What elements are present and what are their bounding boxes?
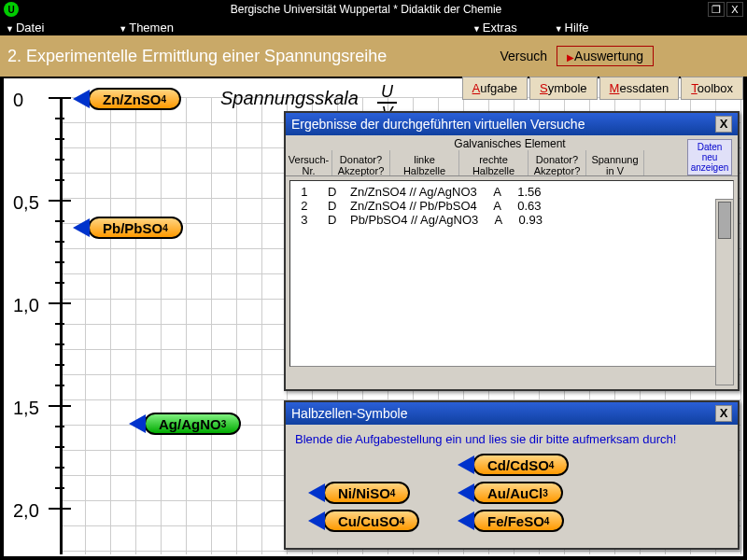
tab-symbole[interactable]: Symbole	[529, 77, 598, 100]
window-titlebar: U Bergische Universität Wuppertal * Dida…	[0, 0, 747, 19]
col-nr: Versuch-Nr.	[286, 150, 332, 175]
tab-messdaten[interactable]: Messdaten	[599, 77, 680, 100]
halfcell-zn[interactable]: Zn/ZnSO4	[88, 88, 181, 110]
menu-datei[interactable]: ▼Datei	[6, 21, 44, 35]
scrollbar-thumb[interactable]	[718, 202, 731, 239]
menubar: ▼Datei ▼Themen ▼Extras ▼Hilfe	[0, 19, 747, 35]
dialog-symbols: Halbzellen-Symbole X Blende die Aufgabes…	[284, 400, 740, 550]
halfcell-pb[interactable]: Pb/PbSO4	[88, 217, 183, 239]
table-row: 2 D Zn/ZnSO4 // Pb/PbSO4 A 0.63	[294, 199, 729, 213]
dialog-results-close-button[interactable]: X	[715, 116, 732, 133]
window-close-button[interactable]: X	[726, 2, 743, 17]
main-area: Spannungsskala UV 0 0,5 1,0 1,5 2,0 Zn/Z…	[0, 77, 747, 560]
dialog-results: Ergebnisse der durchgeführten virtuellen…	[284, 111, 740, 391]
tool-tabs: Aufgabe Symbole Messdaten Toolbox	[462, 77, 743, 100]
halfcell-cu[interactable]: Cu/CuSO4	[323, 510, 419, 532]
subheader: 2. Experimentelle Ermittlung einer Spann…	[0, 35, 747, 77]
app-logo-icon: U	[4, 2, 19, 17]
col-spannung: Spannungin V	[586, 150, 644, 175]
halfcell-ni[interactable]: Ni/NiSO4	[323, 482, 410, 504]
tab-aufgabe[interactable]: Aufgabe	[462, 77, 528, 100]
arrow-left-icon	[458, 483, 474, 502]
halfcell-fe[interactable]: Fe/FeSO4	[472, 510, 564, 532]
halfcell-au[interactable]: Au/AuCl3	[472, 482, 563, 504]
window-restore-button[interactable]: ❐	[708, 2, 725, 17]
arrow-left-icon	[308, 511, 325, 530]
table-row: 3 D Pb/PbSO4 // Ag/AgNO3 A 0.93	[294, 213, 729, 227]
halfcell-cd[interactable]: Cd/CdSO4	[472, 454, 569, 476]
menu-hilfe[interactable]: ▼Hilfe	[555, 21, 589, 35]
arrow-left-icon	[458, 455, 474, 474]
results-data-table: 1 D Zn/ZnSO4 // Ag/AgNO3 A 1.56 2 D Zn/Z…	[289, 180, 734, 367]
symbols-instruction: Blende die Aufgabestellung ein und lies …	[286, 425, 738, 454]
arrow-left-icon	[308, 483, 325, 502]
halfcell-ag[interactable]: Ag/AgNO3	[144, 413, 241, 435]
tab-versuch[interactable]: Versuch	[490, 47, 557, 65]
window-title: Bergische Universität Wuppertal * Didakt…	[24, 3, 708, 16]
dialog-results-title: Ergebnisse der durchgeführten virtuellen…	[291, 117, 715, 132]
results-group-header: Galvanisches Element	[398, 137, 622, 150]
refresh-data-button[interactable]: Daten neu anzeigen	[687, 139, 732, 175]
col-donator2: Donator?Akzeptor?	[529, 150, 586, 175]
axis-label-20: 2,0	[13, 500, 39, 522]
dialog-symbols-title: Halbzellen-Symbole	[291, 406, 715, 421]
voltage-axis	[60, 97, 63, 554]
table-row: 1 D Zn/ZnSO4 // Ag/AgNO3 A 1.56	[294, 185, 729, 199]
page-title: 2. Experimentelle Ermittlung einer Spann…	[7, 47, 490, 66]
arrow-left-icon	[458, 511, 474, 530]
arrow-left-icon	[129, 414, 146, 433]
arrow-left-icon	[73, 90, 90, 108]
axis-label-05: 0,5	[13, 192, 39, 214]
tab-auswertung[interactable]: ▶Auswertung	[557, 46, 654, 66]
col-rechte: rechteHalbzelle	[459, 150, 529, 175]
menu-extras[interactable]: ▼Extras	[472, 21, 517, 35]
tab-toolbox[interactable]: Toolbox	[681, 77, 743, 100]
scale-title: Spannungsskala	[220, 88, 359, 109]
results-scrollbar[interactable]	[715, 199, 734, 385]
col-donator1: Donator?Akzeptor?	[332, 150, 390, 175]
col-linke: linkeHalbzelle	[390, 150, 459, 175]
axis-label-15: 1,5	[13, 398, 39, 419]
dialog-symbols-close-button[interactable]: X	[715, 405, 732, 422]
axis-label-10: 1,0	[13, 295, 39, 316]
axis-label-0: 0	[13, 90, 23, 111]
menu-themen[interactable]: ▼Themen	[119, 21, 174, 35]
arrow-left-icon	[73, 218, 90, 237]
